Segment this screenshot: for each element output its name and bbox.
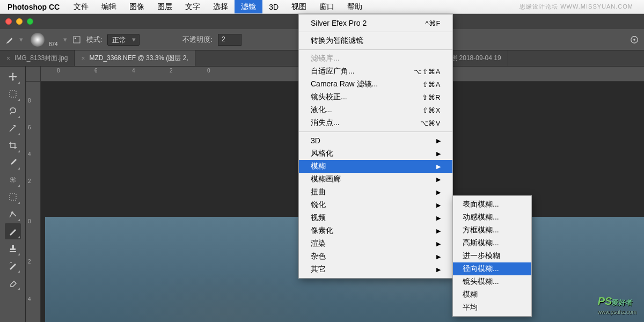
- filter-vanishing-point[interactable]: 消失点...⌥⌘V: [299, 116, 452, 129]
- lasso-tool[interactable]: [5, 103, 21, 119]
- healing-tool[interactable]: [5, 172, 21, 188]
- eyedropper-tool[interactable]: [5, 155, 21, 171]
- filter-other-submenu[interactable]: 其它▶: [299, 263, 452, 276]
- filter-video-submenu[interactable]: 视频▶: [299, 211, 452, 224]
- target-icon[interactable]: [630, 35, 639, 44]
- svg-rect-6: [10, 194, 16, 200]
- brush-tool[interactable]: [5, 223, 21, 239]
- marquee-tool[interactable]: [5, 86, 21, 102]
- blur-average[interactable]: 平均: [453, 301, 531, 314]
- svg-rect-1: [75, 38, 76, 39]
- filter-stylize-submenu[interactable]: 风格化▶: [299, 147, 452, 160]
- menu-view[interactable]: 视图: [285, 0, 313, 13]
- filter-adaptive-wide[interactable]: 自适应广角...⌥⇧⌘A: [299, 65, 452, 78]
- menu-layer[interactable]: 图层: [151, 0, 179, 13]
- blur-more[interactable]: 进一步模糊: [453, 250, 531, 262]
- toolbox: [0, 67, 26, 322]
- system-menubar: Photoshop CC 文件 编辑 图像 图层 文字 选择 滤镜 3D 视图 …: [0, 0, 644, 14]
- frame-tool[interactable]: [5, 189, 21, 205]
- blur-motion[interactable]: 动感模糊...: [453, 211, 531, 224]
- blur-submenu: 表面模糊... 动感模糊... 方框模糊... 高斯模糊... 进一步模糊 径向…: [452, 195, 532, 317]
- filter-3d-submenu[interactable]: 3D▶: [299, 134, 452, 147]
- filter-liquify[interactable]: 液化...⇧⌘X: [299, 104, 452, 116]
- brush-panel-icon[interactable]: [72, 35, 81, 44]
- filter-blur-submenu[interactable]: 模糊▶: [299, 160, 452, 173]
- close-icon[interactable]: ×: [6, 55, 10, 62]
- close-icon[interactable]: ×: [81, 55, 85, 62]
- doc-tab-0[interactable]: ×IMG_8133封面.jpg: [0, 50, 75, 66]
- mode-label: 模式:: [86, 35, 103, 45]
- stamp-tool[interactable]: [5, 240, 21, 257]
- minimize-window-button[interactable]: [16, 18, 23, 25]
- watermark-bottom: PS爱好者 www.psahz.com: [598, 295, 636, 316]
- svg-point-3: [633, 39, 635, 41]
- blur-surface[interactable]: 表面模糊...: [453, 198, 531, 211]
- brush-tool-icon[interactable]: [5, 35, 14, 44]
- filter-noise-submenu[interactable]: 杂色▶: [299, 250, 452, 263]
- blur-box[interactable]: 方框模糊...: [453, 224, 531, 237]
- ruler-corner: [26, 67, 41, 82]
- traffic-lights: [5, 18, 33, 25]
- doc-tab-1[interactable]: ×MZD_3368.NEF @ 33.3% (图层 2,: [75, 50, 195, 66]
- ruler-vertical: 8 6 4 2 0 2 4: [26, 82, 41, 322]
- menu-file[interactable]: 文件: [67, 0, 95, 13]
- crop-tool[interactable]: [5, 137, 21, 153]
- filter-convert-smart[interactable]: 转换为智能滤镜: [299, 34, 452, 47]
- menu-window[interactable]: 窗口: [313, 0, 341, 13]
- menu-image[interactable]: 图像: [123, 0, 151, 13]
- blur-blur[interactable]: 模糊: [453, 288, 531, 301]
- menu-3d[interactable]: 3D: [262, 0, 285, 13]
- menu-filter[interactable]: 滤镜: [235, 0, 262, 13]
- blur-gaussian[interactable]: 高斯模糊...: [453, 237, 531, 250]
- filter-render-submenu[interactable]: 渲染▶: [299, 237, 452, 250]
- history-brush-tool[interactable]: [5, 258, 21, 274]
- blur-lens[interactable]: 镜头模糊...: [453, 275, 531, 288]
- move-tool[interactable]: [5, 69, 21, 85]
- close-window-button[interactable]: [5, 18, 12, 25]
- svg-rect-4: [10, 91, 16, 97]
- filter-sharpen-submenu[interactable]: 锐化▶: [299, 199, 452, 211]
- svg-rect-0: [74, 36, 80, 43]
- filter-distort-submenu[interactable]: 扭曲▶: [299, 186, 452, 199]
- brush-size-value: 874: [49, 41, 58, 47]
- opacity-label: 不透明度:: [182, 35, 213, 45]
- filter-blur-gallery-submenu[interactable]: 模糊画廊▶: [299, 173, 452, 186]
- filter-pixelate-submenu[interactable]: 像素化▶: [299, 224, 452, 237]
- filter-camera-raw[interactable]: Camera Raw 滤镜...⇧⌘A: [299, 78, 452, 91]
- filter-last-item[interactable]: Silver Efex Pro 2^⌘F: [299, 17, 452, 30]
- watermark-top: 思缘设计论坛 WWW.MISSYUAN.COM: [519, 3, 633, 11]
- opacity-field[interactable]: 2: [218, 34, 241, 46]
- app-name: Photoshop CC: [0, 3, 67, 11]
- brush-preview[interactable]: [28, 31, 47, 49]
- menu-type[interactable]: 文字: [179, 0, 207, 13]
- filter-gallery: 滤镜库...: [299, 52, 452, 65]
- blur-radial[interactable]: 径向模糊...: [453, 262, 531, 275]
- path-tool[interactable]: [5, 206, 21, 222]
- eraser-tool[interactable]: [5, 275, 21, 291]
- menu-select[interactable]: 选择: [207, 0, 235, 13]
- blend-mode-select[interactable]: 正常▾: [107, 34, 140, 46]
- menu-edit[interactable]: 编辑: [95, 0, 123, 13]
- svg-point-7: [11, 211, 13, 214]
- maximize-window-button[interactable]: [27, 18, 33, 25]
- magic-wand-tool[interactable]: [5, 120, 21, 136]
- menu-help[interactable]: 帮助: [341, 0, 369, 13]
- filter-lens-correction[interactable]: 镜头校正...⇧⌘R: [299, 91, 452, 104]
- filter-menu-dropdown: Silver Efex Pro 2^⌘F 转换为智能滤镜 滤镜库... 自适应广…: [298, 14, 453, 279]
